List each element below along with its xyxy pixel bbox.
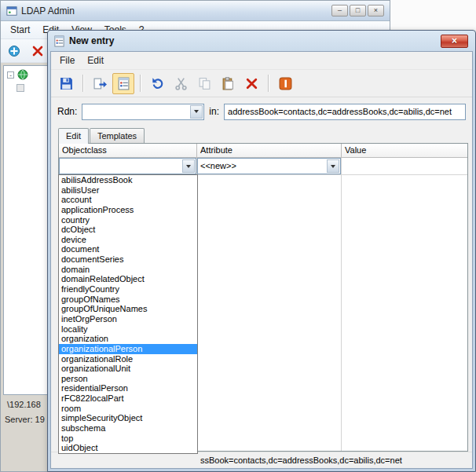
server-globe-icon xyxy=(17,69,28,80)
dropdown-item[interactable]: uidObject xyxy=(59,443,197,453)
rdn-row: Rdn: in: xyxy=(51,97,472,126)
dropdown-item[interactable]: domain xyxy=(59,265,197,275)
rdn-combo-dropdown-button[interactable] xyxy=(190,105,203,119)
tab-templates[interactable]: Templates xyxy=(90,128,145,143)
dropdown-item[interactable]: locality xyxy=(59,324,197,335)
dropdown-item[interactable]: documentSeries xyxy=(59,254,197,265)
delete-button[interactable] xyxy=(240,73,262,94)
new-entry-button[interactable] xyxy=(112,73,134,94)
bg-titlebar: LDAP Admin –□× xyxy=(1,1,390,21)
cut-scissors-icon xyxy=(174,77,188,90)
bg-menu-start[interactable]: Start xyxy=(4,22,36,38)
in-field[interactable] xyxy=(224,104,466,120)
value-cell[interactable] xyxy=(342,158,467,175)
dialog-toolbar xyxy=(51,69,472,97)
toolbar-separator xyxy=(82,75,83,92)
dropdown-item[interactable]: inetOrgPerson xyxy=(59,314,197,324)
new-entry-dialog-icon xyxy=(53,35,65,47)
dropdown-item[interactable]: groupOfNames xyxy=(59,295,197,305)
attribute-combo-dropdown-button[interactable] xyxy=(327,159,339,173)
column-header-objectclass[interactable]: Objectclass xyxy=(59,144,197,158)
exit-button[interactable] xyxy=(29,42,46,60)
rdn-input[interactable] xyxy=(83,105,189,119)
dropdown-item[interactable]: abilisUser xyxy=(59,185,197,196)
dropdown-item[interactable]: organization xyxy=(59,334,197,344)
dropdown-item[interactable]: country xyxy=(59,215,197,225)
dropdown-item[interactable]: organizationalRole xyxy=(59,354,197,364)
connection-label: \192.168 xyxy=(7,400,41,409)
connect-icon xyxy=(8,45,20,57)
attribute-combobox[interactable]: <<new>> xyxy=(197,158,341,174)
folder-icon xyxy=(16,84,24,92)
tabstrip: EditTemplates xyxy=(51,126,472,143)
exit-icon xyxy=(279,77,292,90)
tab-edit[interactable]: Edit xyxy=(58,128,89,144)
dropdown-item[interactable]: account xyxy=(59,195,197,205)
dropdown-item[interactable]: top xyxy=(59,434,197,444)
dropdown-item[interactable]: applicationProcess xyxy=(59,205,197,215)
paste-button[interactable] xyxy=(217,73,239,94)
undo-button[interactable] xyxy=(146,73,168,94)
minimize-button[interactable]: – xyxy=(331,5,348,16)
export-button[interactable] xyxy=(89,73,111,94)
chevron-down-icon xyxy=(194,110,199,113)
dropdown-item[interactable]: simpleSecurityObject xyxy=(59,413,197,423)
close-button[interactable]: × xyxy=(441,35,468,48)
column-header-attribute[interactable]: Attribute xyxy=(197,144,342,158)
dropdown-item[interactable]: organizationalPerson xyxy=(59,344,197,354)
dialog-statusbar: ssBook=contacts,dc=addressBooks,dc=abili… xyxy=(51,452,472,468)
dialog-menu-edit[interactable]: Edit xyxy=(81,53,110,68)
dropdown-item[interactable]: abilisAddressBook xyxy=(59,175,197,185)
dropdown-item[interactable]: residentialPerson xyxy=(59,383,197,393)
grid-body-column-attribute xyxy=(197,175,342,451)
dropdown-item[interactable]: room xyxy=(59,404,197,414)
objectclass-combo-dropdown-button[interactable] xyxy=(182,159,195,173)
rdn-label: Rdn: xyxy=(57,106,77,117)
chevron-down-icon xyxy=(331,165,335,168)
objectclass-combobox[interactable] xyxy=(59,158,196,174)
save-button[interactable] xyxy=(55,73,77,94)
statusbar-text: ssBook=contacts,dc=addressBooks,dc=abili… xyxy=(200,456,402,465)
dropdown-item[interactable]: dcObject xyxy=(59,225,197,235)
exit-x-icon xyxy=(31,45,44,57)
attribute-cell: <<new>> xyxy=(197,158,342,175)
ldap-admin-app-icon xyxy=(6,5,17,16)
bg-window-title: LDAP Admin xyxy=(21,5,75,16)
paste-clipboard-icon xyxy=(222,77,235,90)
dropdown-item[interactable]: domainRelatedObject xyxy=(59,274,197,284)
objectclass-cell xyxy=(59,158,197,175)
maximize-button[interactable]: □ xyxy=(350,5,366,16)
toolbar-separator xyxy=(140,75,141,92)
dropdown-item[interactable]: subschema xyxy=(59,423,197,434)
dropdown-item[interactable]: document xyxy=(59,244,197,254)
dropdown-item[interactable]: friendlyCountry xyxy=(59,284,197,295)
dialog-titlebar: New entry × xyxy=(48,31,475,51)
close-button[interactable]: × xyxy=(368,5,384,16)
tree-expander-icon[interactable]: - xyxy=(7,71,14,79)
dropdown-item[interactable]: organizationalUnit xyxy=(59,364,197,374)
undo-icon xyxy=(151,77,164,90)
delete-x-icon xyxy=(245,77,258,90)
dlg-menubar: FileEdit xyxy=(51,52,472,69)
rdn-combobox[interactable] xyxy=(82,104,204,120)
cut-button[interactable] xyxy=(170,73,192,94)
chevron-down-icon xyxy=(186,165,191,168)
dialog-title: New entry xyxy=(69,35,114,46)
column-header-value[interactable]: Value xyxy=(342,144,467,158)
exit-button[interactable] xyxy=(274,73,296,94)
dropdown-item[interactable]: person xyxy=(59,374,197,384)
objectclass-combo-input[interactable] xyxy=(60,159,181,173)
screen: LDAP Admin –□× StartEditViewTools? - \19… xyxy=(0,0,476,472)
new-entry-dialog: New entry × FileEdit xyxy=(47,30,476,472)
objectclass-dropdown-list: abilisAddressBookabilisUseraccountapplic… xyxy=(58,174,198,454)
bg-window-controls: –□× xyxy=(331,5,384,16)
copy-icon xyxy=(198,77,211,90)
dropdown-item[interactable]: device xyxy=(59,235,197,245)
dropdown-item[interactable]: groupOfUniqueNames xyxy=(59,304,197,314)
connect-button[interactable] xyxy=(5,42,23,60)
dropdown-item[interactable]: rFC822localPart xyxy=(59,393,197,404)
dialog-menu-file[interactable]: File xyxy=(53,53,81,68)
new-entry-icon xyxy=(117,77,130,90)
save-icon xyxy=(60,77,73,90)
copy-button[interactable] xyxy=(193,73,215,94)
